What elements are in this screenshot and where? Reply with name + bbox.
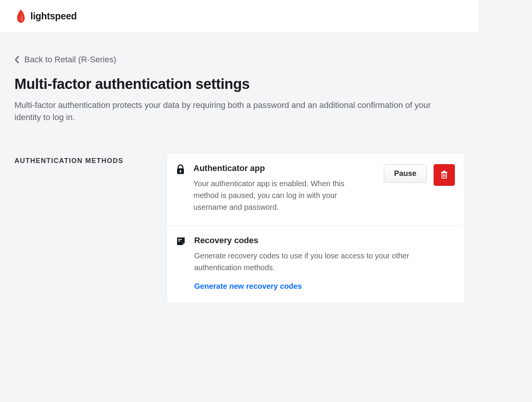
flame-icon — [15, 9, 27, 23]
authenticator-app-main: Authenticator app Your authenticator app… — [193, 163, 375, 213]
svg-rect-3 — [443, 171, 445, 172]
page-content: Back to Retail (R-Series) Multi-factor a… — [0, 33, 479, 325]
recovery-codes-title: Recovery codes — [194, 236, 455, 245]
pause-button[interactable]: Pause — [384, 164, 427, 183]
page-title: Multi-factor authentication settings — [14, 76, 464, 92]
auth-methods-panel: Authenticator app Your authenticator app… — [166, 153, 464, 303]
lock-icon — [176, 164, 185, 176]
trash-icon — [440, 170, 448, 180]
authenticator-app-title: Authenticator app — [193, 163, 375, 173]
svg-rect-7 — [178, 241, 180, 241]
page-description: Multi-factor authentication protects you… — [14, 99, 444, 123]
chevron-left-icon — [14, 56, 19, 63]
brand-name: lightspeed — [30, 11, 77, 22]
svg-rect-6 — [178, 239, 182, 240]
back-link[interactable]: Back to Retail (R-Series) — [14, 55, 116, 65]
auth-methods-section: AUTHENTICATION METHODS Authenticator app… — [14, 153, 464, 303]
authenticator-app-item: Authenticator app Your authenticator app… — [167, 154, 464, 225]
recovery-codes-description: Generate recovery codes to use if you lo… — [194, 250, 437, 274]
note-icon — [176, 236, 186, 248]
delete-button[interactable] — [434, 164, 455, 186]
back-link-label: Back to Retail (R-Series) — [24, 55, 116, 65]
topbar: lightspeed — [0, 0, 479, 33]
generate-recovery-codes-link[interactable]: Generate new recovery codes — [194, 282, 302, 291]
section-label: AUTHENTICATION METHODS — [14, 153, 151, 165]
recovery-codes-main: Recovery codes Generate recovery codes t… — [194, 236, 455, 291]
authenticator-app-actions: Pause — [384, 164, 455, 186]
authenticator-app-description: Your authenticator app is enabled. When … — [193, 178, 353, 213]
recovery-codes-item: Recovery codes Generate recovery codes t… — [167, 225, 464, 303]
svg-rect-1 — [180, 170, 181, 173]
brand: lightspeed — [15, 9, 77, 23]
